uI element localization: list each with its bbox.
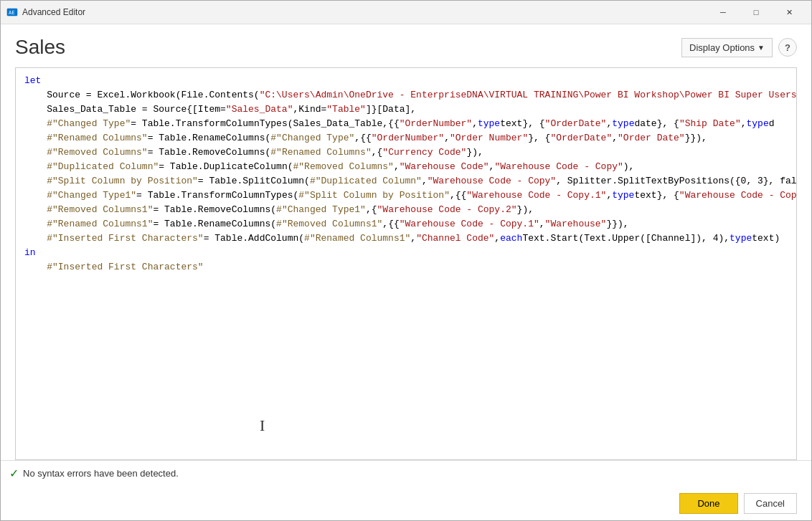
advanced-editor-window: AE Advanced Editor ─ □ ✕ Sales Display O… (0, 0, 812, 521)
titlebar-controls: ─ □ ✕ (707, 1, 806, 24)
code-line: #"Renamed Columns1" = Table.RenameColumn… (16, 217, 796, 231)
code-line: let (16, 74, 796, 88)
footer: Done Cancel (1, 486, 811, 520)
page-title: Sales (15, 36, 65, 59)
svg-text:AE: AE (9, 10, 14, 16)
code-line: in (16, 246, 796, 260)
code-line (16, 289, 796, 303)
code-line (16, 432, 796, 446)
code-line (16, 360, 796, 375)
code-line: #"Split Column by Position" = Table.Spli… (16, 174, 796, 188)
code-line: #"Removed Columns1" = Table.RemoveColumn… (16, 203, 796, 217)
done-button[interactable]: Done (679, 493, 737, 514)
code-line: #"Inserted First Characters" = Table.Add… (16, 231, 796, 246)
code-line: #"Changed Type" = Table.TransformColumnT… (16, 117, 796, 131)
header-right: Display Options ▼ ? (681, 38, 797, 57)
code-line (16, 317, 796, 332)
code-line (16, 446, 796, 459)
code-line (16, 375, 796, 389)
header-row: Sales Display Options ▼ ? (15, 36, 797, 59)
help-button[interactable]: ? (778, 38, 797, 57)
code-line: #"Renamed Columns" = Table.RenameColumns… (16, 131, 796, 145)
code-line (16, 346, 796, 360)
code-line (16, 274, 796, 289)
code-line (16, 332, 796, 346)
status-bar: ✓ No syntax errors have been detected. (1, 460, 811, 486)
titlebar-title: Advanced Editor (22, 7, 707, 17)
titlebar: AE Advanced Editor ─ □ ✕ (1, 1, 811, 24)
chevron-down-icon: ▼ (757, 44, 765, 52)
cancel-button[interactable]: Cancel (744, 493, 797, 514)
status-text: No syntax errors have been detected. (23, 468, 179, 479)
code-line: #"Removed Columns" = Table.RemoveColumns… (16, 145, 796, 160)
code-line: Source = Excel.Workbook(File.Contents("C… (16, 88, 796, 102)
maximize-button[interactable]: □ (740, 1, 773, 24)
display-options-label: Display Options (689, 42, 755, 53)
app-icon: AE (6, 6, 18, 18)
code-line: #"Duplicated Column" = Table.DuplicateCo… (16, 160, 796, 174)
minimize-button[interactable]: ─ (707, 1, 740, 24)
main-content: Sales Display Options ▼ ? let Source = E… (1, 24, 811, 460)
code-line: #"Changed Type1" = Table.TransformColumn… (16, 188, 796, 203)
code-editor[interactable]: let Source = Excel.Workbook(File.Content… (15, 67, 797, 460)
close-button[interactable]: ✕ (773, 1, 806, 24)
status-check-icon: ✓ (9, 467, 19, 480)
code-content[interactable]: let Source = Excel.Workbook(File.Content… (16, 68, 796, 459)
display-options-button[interactable]: Display Options ▼ (681, 38, 773, 57)
code-line (16, 418, 796, 432)
code-line: Sales_Data_Table = Source{[Item="Sales_D… (16, 102, 796, 117)
code-line (16, 389, 796, 403)
code-line: #"Inserted First Characters" (16, 260, 796, 274)
code-line (16, 303, 796, 317)
code-line (16, 403, 796, 418)
